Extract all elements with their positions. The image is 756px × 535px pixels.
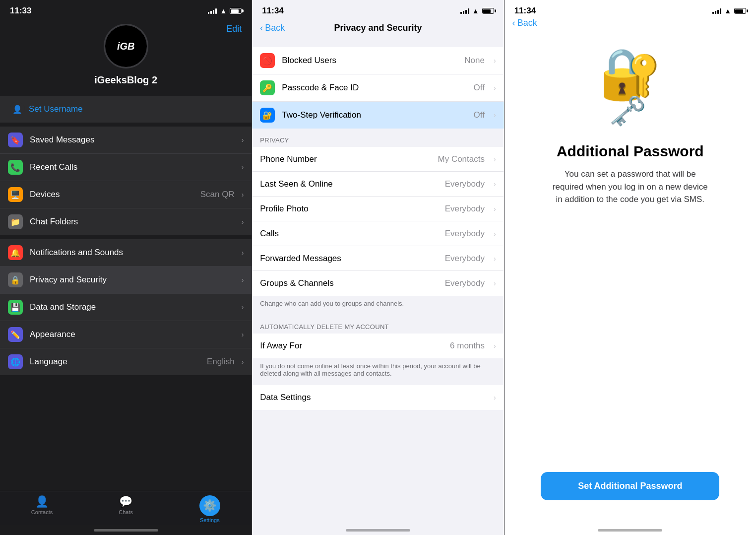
data-settings-item[interactable]: Data Settings › [252, 385, 504, 410]
time-1: 11:33 [10, 6, 31, 16]
recent-calls-icon: 📞 [8, 160, 23, 175]
avatar: iGB [104, 24, 148, 68]
back-button-3[interactable]: ‹ Back [512, 18, 537, 28]
calls-label: Calls [260, 229, 438, 239]
home-indicator-1 [0, 525, 252, 535]
appearance-item[interactable]: ✏️ Appearance › [0, 321, 252, 348]
privacy-section: PRIVACY Phone Number My Contacts › Last … [252, 129, 504, 315]
appearance-chevron: › [242, 331, 244, 338]
privacy-security-icon: 🔒 [8, 272, 23, 287]
passcode-chevron: › [494, 84, 496, 92]
chats-tab-label: Chats [119, 509, 133, 515]
back-button-2[interactable]: ‹ Back [260, 23, 285, 33]
passcode-value: Off [474, 83, 485, 93]
menu-group-2: 🔔 Notifications and Sounds › 🔒 Privacy a… [0, 239, 252, 375]
back-chevron-3: ‹ [512, 18, 515, 28]
back-label-2: Back [265, 23, 285, 33]
avatar-logo-text: iGB [117, 41, 135, 52]
if-away-item[interactable]: If Away For 6 months › [252, 334, 504, 358]
groups-channels-item[interactable]: Groups & Channels Everybody › [252, 271, 504, 296]
lock-key-illustration: 🔐 🗝️ [599, 49, 661, 128]
back-label-3: Back [517, 18, 537, 28]
language-icon: 🌐 [8, 354, 23, 369]
set-username-item[interactable]: 👤 Set Username [0, 96, 252, 123]
profile-section: Edit iGB iGeeksBlog 2 [0, 19, 252, 96]
set-additional-password-button[interactable]: Set Additional Password [541, 472, 719, 500]
phone-number-item[interactable]: Phone Number My Contacts › [252, 147, 504, 172]
passcode-faceid-item[interactable]: 🔑 Passcode & Face ID Off › [252, 74, 504, 102]
appearance-icon: ✏️ [8, 327, 23, 342]
nav-bar-2: ‹ Back Privacy and Security [252, 19, 504, 39]
menu-group-1: 🔖 Saved Messages › 📞 Recent Calls › 🖥️ D… [0, 127, 252, 235]
forwarded-messages-item[interactable]: Forwarded Messages Everybody › [252, 246, 504, 271]
chats-tab-icon: 💬 [119, 495, 132, 508]
auto-delete-section: AUTOMATICALLY DELETE MY ACCOUNT If Away … [252, 315, 504, 385]
status-icons-1: ▲ [208, 7, 242, 15]
phone-number-label: Phone Number [260, 154, 431, 164]
tab-settings[interactable]: ⚙️ Settings [168, 495, 252, 523]
blocked-users-item[interactable]: 🚫 Blocked Users None › [252, 47, 504, 74]
phone-number-chevron: › [494, 155, 496, 163]
recent-calls-label: Recent Calls [30, 162, 235, 172]
two-step-icon: 🔐 [260, 108, 275, 123]
passcode-label: Passcode & Face ID [282, 83, 466, 93]
if-away-value: 6 months [450, 341, 485, 351]
calls-value: Everybody [445, 229, 485, 239]
notifications-chevron: › [242, 249, 244, 257]
profile-photo-chevron: › [494, 205, 496, 213]
status-bar-2: 11:34 ▲ [252, 0, 504, 19]
data-storage-chevron: › [242, 303, 244, 311]
additional-content: 🔐 🗝️ Additional Password You can set a p… [504, 29, 756, 525]
groups-channels-value: Everybody [445, 278, 485, 288]
home-bar-3 [598, 529, 662, 532]
groups-channels-label: Groups & Channels [260, 278, 438, 288]
data-storage-item[interactable]: 💾 Data and Storage › [0, 294, 252, 321]
notifications-item[interactable]: 🔔 Notifications and Sounds › [0, 239, 252, 267]
nav-bar-3: ‹ Back [504, 19, 756, 29]
wifi-icon-2: ▲ [472, 7, 479, 15]
data-storage-icon: 💾 [8, 300, 23, 315]
chat-folders-item[interactable]: 📁 Chat Folders › [0, 208, 252, 235]
profile-photo-item[interactable]: Profile Photo Everybody › [252, 197, 504, 221]
recent-calls-chevron: › [242, 163, 244, 171]
time-3: 11:34 [514, 6, 536, 16]
blocked-users-icon: 🚫 [260, 53, 275, 68]
recent-calls-item[interactable]: 📞 Recent Calls › [0, 154, 252, 181]
tab-chats[interactable]: 💬 Chats [84, 495, 168, 523]
two-step-chevron: › [494, 111, 496, 119]
if-away-chevron: › [494, 342, 496, 350]
blocked-users-label: Blocked Users [282, 56, 457, 66]
saved-messages-icon: 🔖 [8, 133, 23, 147]
set-username-label: Set Username [29, 104, 83, 114]
time-2: 11:34 [262, 6, 283, 16]
language-label: Language [30, 357, 200, 367]
contacts-tab-label: Contacts [31, 509, 53, 515]
blocked-users-chevron: › [494, 57, 496, 65]
chat-folders-icon: 📁 [8, 214, 23, 229]
devices-item[interactable]: 🖥️ Devices Scan QR › [0, 181, 252, 208]
language-item[interactable]: 🌐 Language English › [0, 348, 252, 375]
saved-messages-item[interactable]: 🔖 Saved Messages › [0, 127, 252, 154]
tab-contacts[interactable]: 👤 Contacts [0, 495, 84, 523]
privacy-security-item[interactable]: 🔒 Privacy and Security › [0, 267, 252, 294]
groups-channels-chevron: › [494, 279, 496, 287]
edit-button[interactable]: Edit [226, 24, 242, 34]
additional-password-title: Additional Password [557, 143, 704, 160]
additional-password-desc: You can set a password that will be requ… [551, 168, 709, 206]
forwarded-messages-label: Forwarded Messages [260, 254, 438, 264]
tab-bar: 👤 Contacts 💬 Chats ⚙️ Settings [0, 491, 252, 525]
chat-folders-chevron: › [242, 218, 244, 226]
screen2: 11:34 ▲ ‹ Back Privacy and Security 🚫 [252, 0, 504, 535]
last-seen-label: Last Seen & Online [260, 179, 438, 189]
notifications-label: Notifications and Sounds [30, 248, 235, 258]
signal-icon-3 [712, 8, 721, 14]
forwarded-messages-chevron: › [494, 255, 496, 263]
auto-delete-list: If Away For 6 months › [252, 334, 504, 358]
two-step-item[interactable]: 🔐 Two-Step Verification Off › [252, 102, 504, 129]
back-chevron-2: ‹ [260, 23, 263, 33]
signal-icon-2 [460, 8, 469, 14]
auto-delete-header: AUTOMATICALLY DELETE MY ACCOUNT [252, 315, 504, 334]
auto-delete-note: If you do not come online at least once … [252, 358, 504, 385]
calls-item[interactable]: Calls Everybody › [252, 221, 504, 246]
last-seen-item[interactable]: Last Seen & Online Everybody › [252, 172, 504, 197]
